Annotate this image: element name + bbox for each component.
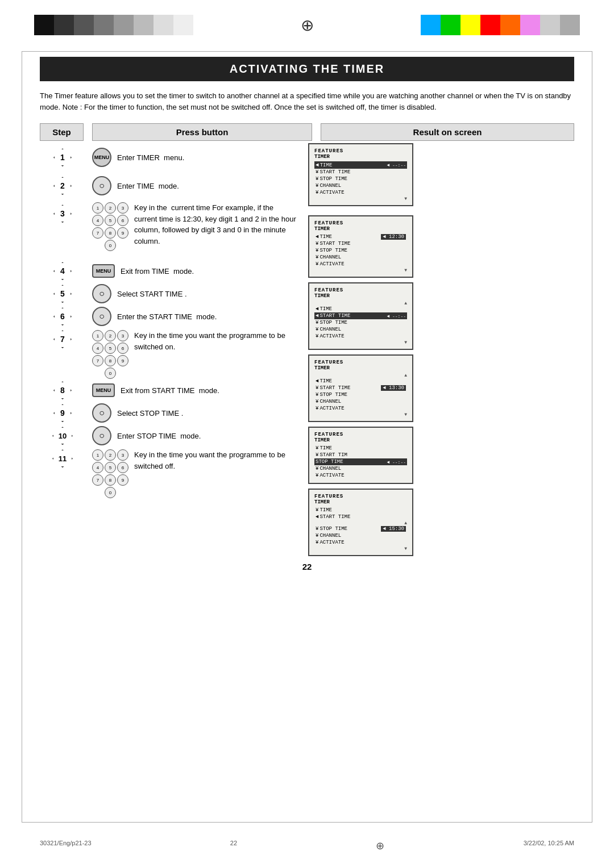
page-border-bottom (22, 822, 592, 823)
s4-row-channel: ¥CHANNEL (314, 398, 407, 405)
s6-row-starttime: ◄START TIME (314, 514, 407, 520)
s2-tick: ▼ (314, 268, 407, 273)
s3-row-channel: ¥CHANNEL (314, 326, 407, 333)
step-9-num: 9 (40, 402, 85, 424)
np3-0[interactable]: 0 (105, 487, 116, 498)
numpad-1[interactable]: 1 (92, 202, 103, 214)
np2-0[interactable]: 0 (105, 368, 116, 379)
step-8-desc: Exit from START TIME mode. (121, 386, 219, 395)
np3-8[interactable]: 8 (105, 474, 116, 486)
screen-1: FEATURES TIMER ◄TIME ◄ --:-- ¥START TIME… (308, 143, 413, 206)
step-11-desc: Key in the time you want the programme t… (134, 449, 297, 471)
nav-button-5[interactable]: ○ (92, 426, 111, 445)
gs-cell-8 (173, 15, 193, 35)
step-1-desc: Enter TIMER menu. (117, 153, 184, 162)
gs-cell-7 (154, 15, 173, 35)
np2-3[interactable]: 3 (117, 330, 128, 341)
step-1-num: 1 (40, 143, 85, 172)
nav-button-icon[interactable]: ○ (92, 176, 111, 195)
np3-4[interactable]: 4 (92, 462, 103, 473)
col-step-header: Step (40, 123, 85, 141)
numpad-0[interactable]: 0 (105, 240, 116, 251)
color-cell-red (480, 15, 500, 35)
color-cell-green (441, 15, 460, 35)
step-5-diamond: 5 (53, 285, 72, 303)
s2-row-starttime: ¥START TIME (314, 240, 407, 247)
s3-subtitle: TIMER (314, 293, 407, 299)
result-header-cell: Result on screen (321, 123, 574, 141)
np3-9[interactable]: 9 (117, 474, 128, 486)
page-number: 22 (40, 562, 574, 571)
numpad-9[interactable]: 9 (117, 227, 128, 239)
numpad-6[interactable]: 6 (117, 215, 128, 226)
color-cell-cyan (421, 15, 441, 35)
s3-row-stoptime: ¥STOP TIME (314, 319, 407, 326)
step-7-diamond: 7 (53, 330, 72, 348)
np3-5[interactable]: 5 (105, 462, 116, 473)
title-text: ACTIVATING THE TIMER (230, 62, 385, 75)
menu-rect-button-2[interactable]: MENU (92, 383, 115, 397)
s2-row-channel: ¥CHANNEL (314, 254, 407, 261)
footer-right: 3/22/02, 10:25 AM (524, 840, 574, 852)
step-3-num: 3 (40, 200, 85, 260)
color-cell-orange (500, 15, 520, 35)
numpad-5[interactable]: 5 (105, 215, 116, 226)
numpad-8[interactable]: 8 (105, 227, 116, 239)
nav-button-4[interactable]: ○ (92, 403, 111, 423)
np3-6[interactable]: 6 (117, 462, 128, 473)
np3-7[interactable]: 7 (92, 474, 103, 486)
result-screens-col: FEATURES TIMER ◄TIME ◄ --:-- ¥START TIME… (304, 143, 574, 556)
menu-rect-button[interactable]: MENU (92, 264, 115, 278)
s1-subtitle: TIMER (314, 154, 407, 160)
step-10-desc: Enter STOP TIME mode. (117, 432, 201, 440)
numpad-icon-3: 1 2 3 4 5 6 7 8 9 0 (92, 449, 128, 498)
np3-3[interactable]: 3 (117, 449, 128, 461)
s2-subtitle: TIMER (314, 226, 407, 232)
s1-title: FEATURES (314, 148, 407, 154)
crosshair-icon: ⊕ (290, 16, 324, 35)
s6-row-channel: ¥CHANNEL (314, 532, 407, 539)
step-11-press: 1 2 3 4 5 6 7 8 9 0 Key in the time you … (92, 447, 297, 498)
step-10-diamond: 10 (52, 427, 73, 445)
step-4-diamond: 4 (53, 262, 72, 280)
step-5-press: ○ Select START TIME . (92, 282, 297, 305)
np2-6[interactable]: 6 (117, 343, 128, 354)
step-10-num: 10 (40, 424, 85, 447)
color-cell-mgray (560, 15, 580, 35)
np2-9[interactable]: 9 (117, 355, 128, 366)
nav-button-3[interactable]: ○ (92, 307, 111, 326)
np3-e (92, 487, 103, 498)
s5-row-starttime: ¥START TIM (314, 452, 407, 458)
numpad-7[interactable]: 7 (92, 227, 103, 239)
step-numbers-col: 1 2 3 4 5 6 7 8 9 (40, 143, 85, 556)
page-border-right (592, 51, 592, 823)
menu-button-icon[interactable]: MENU (92, 148, 111, 167)
np2-8[interactable]: 8 (105, 355, 116, 366)
screen-6: FEATURES TIMER ¥TIME ◄START TIME ▲ ¥STOP… (308, 489, 413, 556)
np2-5[interactable]: 5 (105, 343, 116, 354)
numpad-3[interactable]: 3 (117, 202, 128, 214)
step-6-num: 6 (40, 305, 85, 328)
grayscale-bar (34, 15, 193, 35)
step-1-diamond: 1 (53, 148, 72, 166)
numpad-4[interactable]: 4 (92, 215, 103, 226)
np3-2[interactable]: 2 (105, 449, 116, 461)
nav-button-2[interactable]: ○ (92, 284, 111, 303)
screen-2: FEATURES TIMER ◄TIME ◄ 12:30 ¥START TIME… (308, 215, 413, 278)
s4-row-time: ◄TIME (314, 378, 407, 385)
np2-4[interactable]: 4 (92, 343, 103, 354)
np2-1[interactable]: 1 (92, 330, 103, 341)
step-3-diamond: 3 (53, 205, 72, 223)
numpad-2[interactable]: 2 (105, 202, 116, 214)
press-header-cell: Press button (92, 123, 312, 141)
s1-row-activate: ¥ACTIVATE (314, 189, 407, 196)
np2-7[interactable]: 7 (92, 355, 103, 366)
np2-e (92, 368, 103, 379)
top-bar-area: ⊕ (0, 0, 614, 45)
s5-row-stoptime: STOP TIME ◄ --:-- (314, 458, 407, 465)
np3-1[interactable]: 1 (92, 449, 103, 461)
step-11-diamond: 11 (52, 449, 73, 468)
table-header: Step Press button Result on screen (40, 123, 574, 141)
np2-2[interactable]: 2 (105, 330, 116, 341)
main-layout: 1 2 3 4 5 6 7 8 9 (40, 143, 574, 556)
